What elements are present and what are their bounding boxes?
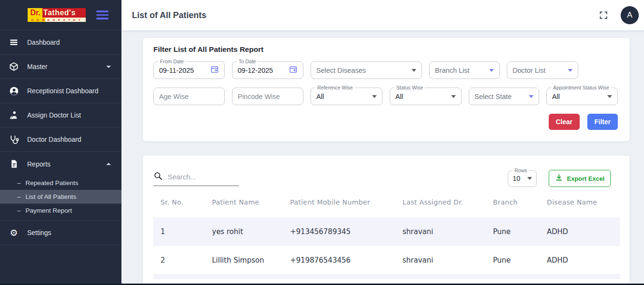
cell-patient-name: Lillith Simpson (205, 256, 283, 265)
search-field[interactable] (153, 171, 239, 186)
main-area: List of All Patients A Filter List of Al… (121, 0, 644, 285)
download-icon (555, 174, 563, 183)
sidebar-toggle-icon[interactable] (96, 10, 109, 20)
cell-last-assigned-dr: shravani (395, 227, 486, 236)
dash-bullet: – (17, 193, 21, 200)
user-avatar[interactable]: A (621, 6, 639, 24)
table-header-row: Sr. No. Patient Name Patient Mobile Numb… (153, 187, 620, 217)
filter-button[interactable]: Filter (587, 114, 618, 130)
cell-disease-name: ADHD (540, 227, 620, 236)
to-date-field[interactable]: To Date (232, 61, 303, 79)
to-date-input[interactable] (238, 67, 289, 74)
select-diseases-value: Select Diseases (316, 67, 409, 74)
person-circle-icon (9, 86, 19, 96)
filter-row-1: From Date To Date Select (153, 61, 618, 79)
page-title: List of All Patients (132, 10, 599, 20)
sidebar-item-label: Reports (27, 160, 98, 168)
sidebar-subitem-repeated-patients[interactable]: – Repeated Patients (0, 176, 121, 190)
table-row[interactable]: 2 Lillith Simpson +919876543456 shravani… (153, 246, 620, 275)
sidebar-subitem-list-of-all-patients[interactable]: – List of All Patients (0, 190, 121, 204)
search-icon (153, 171, 163, 183)
select-state-dropdown[interactable]: Select State (469, 88, 539, 105)
column-header-last-assigned-dr: Last Assigned Dr. (395, 198, 486, 206)
menu-icon (9, 37, 19, 48)
chevron-down-icon (527, 177, 532, 180)
filter-actions: Clear Filter (153, 114, 618, 130)
app-window: Dr. Tathed's H O M E O P A T H Y Dashboa… (0, 0, 644, 285)
sidebar-item-receptionist-dashboard[interactable]: Receptionist Dashboard (0, 79, 121, 103)
cell-patient-name: yes rohit (205, 227, 283, 236)
search-input[interactable] (168, 173, 239, 181)
dash-bullet: – (17, 179, 21, 187)
status-wise-dropdown[interactable]: Status Wise All (390, 88, 462, 105)
branch-list-dropdown[interactable]: Branch List (429, 61, 500, 79)
table-toolbar: Rows 10 Export Excel (153, 170, 620, 187)
cell-patient-mobile: +913456789345 (283, 227, 395, 236)
cell-last-assigned-dr: shravani (395, 256, 486, 265)
age-wise-input[interactable] (159, 93, 219, 100)
filter-title: Filter List of All Patients Report (153, 45, 618, 54)
sidebar-item-doctor-dashboard[interactable]: Doctor Dashboard (0, 128, 121, 152)
rows-per-page-dropdown[interactable]: Rows 10 (508, 170, 537, 187)
sidebar-item-dashboard[interactable]: Dashboard (0, 30, 121, 55)
pincode-wise-input[interactable] (238, 93, 298, 100)
sidebar-item-label: Master (27, 63, 98, 70)
export-excel-button[interactable]: Export Excel (549, 170, 611, 187)
chevron-down-icon (451, 95, 456, 98)
chevron-down-icon (568, 69, 573, 72)
sidebar-item-master[interactable]: Master (0, 55, 121, 79)
column-header-sr-no: Sr. No. (153, 198, 205, 206)
dash-bullet: – (17, 207, 21, 214)
appointment-status-value: All (552, 93, 604, 100)
table-row-partial (153, 275, 620, 279)
clear-button[interactable]: Clear (549, 114, 580, 130)
reference-wise-label: Reference Wise (315, 85, 355, 90)
chevron-up-icon (106, 163, 111, 165)
sidebar-subitem-payment-report[interactable]: – Payment Report (0, 204, 121, 217)
select-state-value: Select State (474, 93, 526, 100)
document-icon (9, 159, 19, 169)
filter-card: Filter List of All Patients Report From … (143, 38, 630, 141)
sidebar-item-label: Assign Doctor List (27, 111, 111, 119)
appointment-status-dropdown[interactable]: Appointment Status Wise All (546, 88, 618, 105)
column-header-disease-name: Disease Name (540, 198, 620, 206)
appointment-status-label: Appointment Status Wise (551, 85, 611, 90)
cube-icon (9, 61, 19, 72)
doctor-list-value: Doctor List (513, 67, 565, 74)
calendar-icon[interactable] (210, 65, 219, 76)
column-header-branch: Branch (486, 198, 540, 206)
chevron-down-icon (106, 66, 111, 68)
from-date-field[interactable]: From Date (153, 61, 225, 79)
select-diseases-dropdown[interactable]: Select Diseases (311, 61, 422, 79)
chevron-down-icon (529, 95, 533, 98)
sidebar-subitem-label: Repeated Patients (26, 179, 79, 187)
chevron-down-icon (372, 95, 377, 98)
doctor-list-dropdown[interactable]: Doctor List (507, 61, 578, 79)
chevron-down-icon (412, 69, 416, 72)
pincode-wise-field[interactable] (232, 88, 303, 105)
export-excel-label: Export Excel (567, 175, 604, 182)
branch-list-value: Branch List (435, 67, 486, 74)
column-header-patient-mobile: Patient Mobile Number (283, 198, 395, 206)
brand-logo[interactable]: Dr. Tathed's H O M E O P A T H Y (28, 8, 86, 22)
cell-patient-mobile: +919876543456 (283, 256, 395, 265)
from-date-input[interactable] (159, 67, 210, 74)
table-row[interactable]: 1 yes rohit +913456789345 shravani Pune … (153, 217, 620, 246)
reports-submenu: – Repeated Patients – List of All Patien… (0, 176, 121, 221)
reference-wise-dropdown[interactable]: Reference Wise All (311, 88, 382, 105)
table-toolbar-right: Rows 10 Export Excel (508, 170, 611, 187)
sidebar-item-reports[interactable]: Reports (0, 152, 121, 176)
cell-sr-no: 1 (153, 227, 205, 236)
sidebar-item-settings[interactable]: ⚙ Settings (0, 221, 121, 245)
cell-branch: Pune (486, 227, 540, 236)
fullscreen-icon[interactable] (599, 10, 608, 20)
age-wise-field[interactable] (153, 88, 225, 105)
status-wise-label: Status Wise (394, 85, 425, 90)
calendar-icon[interactable] (289, 65, 298, 76)
sidebar-item-label: Dashboard (27, 39, 111, 46)
logo-subtitle: H O M E O P A T H Y (28, 18, 86, 22)
top-header: List of All Patients A (121, 0, 644, 30)
rows-label: Rows (513, 167, 529, 173)
sidebar-header: Dr. Tathed's H O M E O P A T H Y (0, 0, 121, 30)
sidebar-item-assign-doctor-list[interactable]: Assign Doctor List (0, 103, 121, 128)
